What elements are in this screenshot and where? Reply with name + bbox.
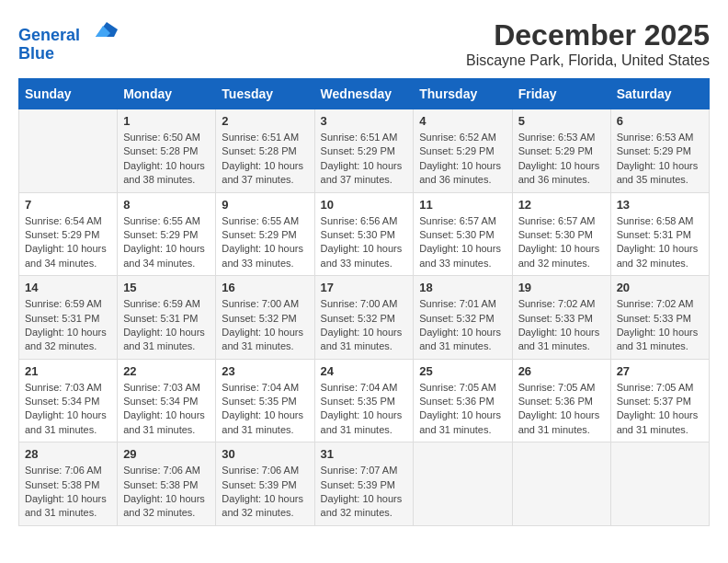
day-number: 10 (321, 198, 408, 212)
day-number: 20 (617, 281, 703, 294)
day-number: 28 (25, 447, 111, 461)
calendar-cell: 18Sunrise: 7:01 AMSunset: 5:32 PMDayligh… (414, 276, 512, 360)
week-row-5: 28Sunrise: 7:06 AMSunset: 5:38 PMDayligh… (19, 442, 710, 526)
day-info: Sunrise: 7:03 AMSunset: 5:34 PMDaylight:… (123, 381, 210, 438)
day-number: 6 (617, 114, 703, 128)
day-info: Sunrise: 6:59 AMSunset: 5:31 PMDaylight:… (25, 297, 111, 354)
day-info: Sunrise: 7:07 AMSunset: 5:39 PMDaylight:… (321, 464, 408, 521)
calendar-cell: 16Sunrise: 7:00 AMSunset: 5:32 PMDayligh… (216, 276, 314, 360)
calendar-cell: 30Sunrise: 7:06 AMSunset: 5:39 PMDayligh… (216, 442, 314, 526)
day-number: 27 (617, 364, 703, 378)
calendar-cell: 19Sunrise: 7:02 AMSunset: 5:33 PMDayligh… (512, 276, 610, 360)
day-number: 29 (123, 447, 210, 461)
calendar-table: SundayMondayTuesdayWednesdayThursdayFrid… (18, 78, 710, 526)
calendar-cell: 10Sunrise: 6:56 AMSunset: 5:30 PMDayligh… (314, 192, 414, 276)
day-number: 24 (321, 364, 408, 378)
header-tuesday: Tuesday (216, 79, 314, 109)
calendar-cell: 21Sunrise: 7:03 AMSunset: 5:34 PMDayligh… (19, 359, 118, 442)
week-row-1: 1Sunrise: 6:50 AMSunset: 5:28 PMDaylight… (19, 109, 710, 193)
day-info: Sunrise: 6:53 AMSunset: 5:29 PMDaylight:… (518, 131, 605, 188)
day-number: 22 (123, 364, 210, 378)
day-number: 18 (419, 281, 506, 294)
header-friday: Friday (512, 79, 610, 109)
day-number: 21 (25, 364, 111, 378)
logo-blue: Blue (18, 45, 118, 63)
day-number: 11 (419, 198, 506, 212)
day-number: 13 (617, 198, 703, 212)
week-row-3: 14Sunrise: 6:59 AMSunset: 5:31 PMDayligh… (19, 276, 710, 360)
calendar-cell: 23Sunrise: 7:04 AMSunset: 5:35 PMDayligh… (216, 359, 314, 442)
header-wednesday: Wednesday (314, 79, 414, 109)
header-thursday: Thursday (414, 79, 512, 109)
calendar-cell: 9Sunrise: 6:55 AMSunset: 5:29 PMDaylight… (216, 192, 314, 276)
day-number: 1 (123, 114, 210, 128)
day-number: 9 (222, 198, 308, 212)
day-info: Sunrise: 7:05 AMSunset: 5:36 PMDaylight:… (518, 381, 605, 438)
day-info: Sunrise: 6:53 AMSunset: 5:29 PMDaylight:… (617, 131, 703, 188)
day-number: 30 (222, 447, 308, 461)
calendar-cell: 4Sunrise: 6:52 AMSunset: 5:29 PMDaylight… (414, 109, 512, 193)
calendar-cell: 22Sunrise: 7:03 AMSunset: 5:34 PMDayligh… (118, 359, 216, 442)
logo: General Blue (18, 18, 118, 63)
calendar-cell (610, 442, 709, 526)
week-row-4: 21Sunrise: 7:03 AMSunset: 5:34 PMDayligh… (19, 359, 710, 442)
day-info: Sunrise: 7:06 AMSunset: 5:38 PMDaylight:… (25, 464, 111, 521)
calendar-cell: 7Sunrise: 6:54 AMSunset: 5:29 PMDaylight… (19, 192, 118, 276)
day-number: 8 (123, 198, 210, 212)
day-number: 2 (222, 114, 308, 128)
header-sunday: Sunday (19, 79, 118, 109)
calendar-cell: 25Sunrise: 7:05 AMSunset: 5:36 PMDayligh… (414, 359, 512, 442)
day-number: 25 (419, 364, 506, 378)
day-info: Sunrise: 7:05 AMSunset: 5:36 PMDaylight:… (419, 381, 506, 438)
day-number: 7 (25, 198, 111, 212)
week-row-2: 7Sunrise: 6:54 AMSunset: 5:29 PMDaylight… (19, 192, 710, 276)
calendar-cell: 26Sunrise: 7:05 AMSunset: 5:36 PMDayligh… (512, 359, 610, 442)
calendar-cell: 17Sunrise: 7:00 AMSunset: 5:32 PMDayligh… (314, 276, 414, 360)
day-info: Sunrise: 7:06 AMSunset: 5:39 PMDaylight:… (222, 464, 308, 521)
day-number: 23 (222, 364, 308, 378)
logo-general: General (18, 26, 80, 44)
day-info: Sunrise: 6:50 AMSunset: 5:28 PMDaylight:… (123, 131, 210, 188)
calendar-cell: 28Sunrise: 7:06 AMSunset: 5:38 PMDayligh… (19, 442, 118, 526)
day-info: Sunrise: 6:58 AMSunset: 5:31 PMDaylight:… (617, 214, 703, 271)
header-monday: Monday (118, 79, 216, 109)
day-number: 4 (419, 114, 506, 128)
logo-icon (88, 18, 118, 40)
calendar-cell: 14Sunrise: 6:59 AMSunset: 5:31 PMDayligh… (19, 276, 118, 360)
calendar-cell: 12Sunrise: 6:57 AMSunset: 5:30 PMDayligh… (512, 192, 610, 276)
day-info: Sunrise: 6:56 AMSunset: 5:30 PMDaylight:… (321, 214, 408, 271)
day-info: Sunrise: 6:54 AMSunset: 5:29 PMDaylight:… (25, 214, 111, 271)
calendar-cell: 29Sunrise: 7:06 AMSunset: 5:38 PMDayligh… (118, 442, 216, 526)
day-number: 15 (123, 281, 210, 294)
day-number: 14 (25, 281, 111, 294)
header-saturday: Saturday (610, 79, 709, 109)
calendar-cell: 27Sunrise: 7:05 AMSunset: 5:37 PMDayligh… (610, 359, 709, 442)
day-info: Sunrise: 7:03 AMSunset: 5:34 PMDaylight:… (25, 381, 111, 438)
day-number: 31 (321, 447, 408, 461)
day-info: Sunrise: 7:06 AMSunset: 5:38 PMDaylight:… (123, 464, 210, 521)
calendar-cell: 13Sunrise: 6:58 AMSunset: 5:31 PMDayligh… (610, 192, 709, 276)
day-info: Sunrise: 7:00 AMSunset: 5:32 PMDaylight:… (321, 297, 408, 354)
day-info: Sunrise: 7:05 AMSunset: 5:37 PMDaylight:… (617, 381, 703, 438)
day-number: 5 (518, 114, 605, 128)
calendar-cell: 31Sunrise: 7:07 AMSunset: 5:39 PMDayligh… (314, 442, 414, 526)
calendar-cell: 15Sunrise: 6:59 AMSunset: 5:31 PMDayligh… (118, 276, 216, 360)
calendar-cell: 3Sunrise: 6:51 AMSunset: 5:29 PMDaylight… (314, 109, 414, 193)
day-number: 19 (518, 281, 605, 294)
calendar-cell: 5Sunrise: 6:53 AMSunset: 5:29 PMDaylight… (512, 109, 610, 193)
calendar-cell: 1Sunrise: 6:50 AMSunset: 5:28 PMDaylight… (118, 109, 216, 193)
day-number: 17 (321, 281, 408, 294)
day-info: Sunrise: 6:55 AMSunset: 5:29 PMDaylight:… (123, 214, 210, 271)
day-info: Sunrise: 7:04 AMSunset: 5:35 PMDaylight:… (222, 381, 308, 438)
day-info: Sunrise: 7:02 AMSunset: 5:33 PMDaylight:… (617, 297, 703, 354)
day-number: 16 (222, 281, 308, 294)
day-info: Sunrise: 6:51 AMSunset: 5:29 PMDaylight:… (321, 131, 408, 188)
day-info: Sunrise: 7:01 AMSunset: 5:32 PMDaylight:… (419, 297, 506, 354)
calendar-cell: 6Sunrise: 6:53 AMSunset: 5:29 PMDaylight… (610, 109, 709, 193)
logo-text: General (18, 18, 118, 45)
calendar-cell: 24Sunrise: 7:04 AMSunset: 5:35 PMDayligh… (314, 359, 414, 442)
day-number: 3 (321, 114, 408, 128)
calendar-cell: 8Sunrise: 6:55 AMSunset: 5:29 PMDaylight… (118, 192, 216, 276)
main-title: December 2025 (466, 18, 710, 52)
calendar-cell: 20Sunrise: 7:02 AMSunset: 5:33 PMDayligh… (610, 276, 709, 360)
